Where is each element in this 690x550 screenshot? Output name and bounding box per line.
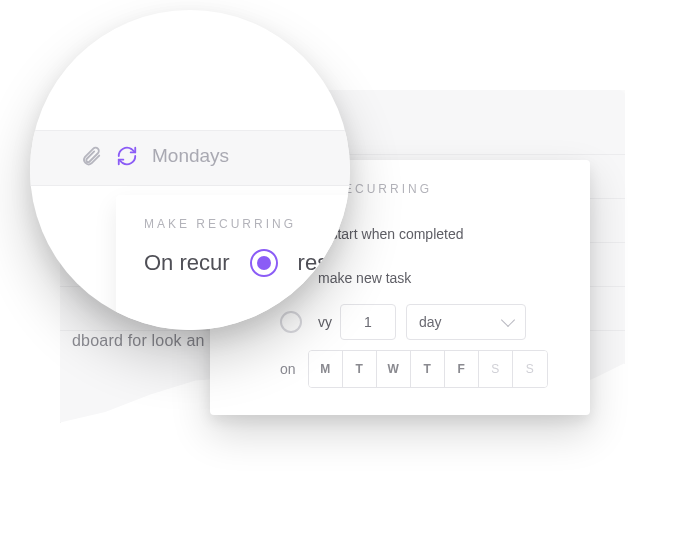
option-every[interactable]: vy 1 day xyxy=(280,306,566,338)
day-tue[interactable]: T xyxy=(343,351,377,387)
interval-count-input[interactable]: 1 xyxy=(340,304,396,340)
day-mon[interactable]: M xyxy=(309,351,343,387)
day-sun[interactable]: S xyxy=(513,351,547,387)
radio-icon[interactable] xyxy=(280,311,302,333)
chevron-down-icon xyxy=(501,313,515,327)
on-label: on xyxy=(280,361,294,377)
day-of-week-picker[interactable]: M T W T F S S xyxy=(308,350,548,388)
option-new-task-label: make new task xyxy=(318,270,411,286)
radio-selected-icon[interactable] xyxy=(250,249,278,277)
days-of-week-row: on M T W T F S S xyxy=(280,350,566,388)
popover-title: MAKE RECURRING xyxy=(144,217,350,231)
interval-unit-value: day xyxy=(419,314,442,330)
task-name-fragment: dboard for look an xyxy=(72,332,205,350)
option-new-task[interactable]: make new task xyxy=(280,262,566,294)
day-fri[interactable]: F xyxy=(445,351,479,387)
day-wed[interactable]: W xyxy=(377,351,411,387)
option-every-label: vy xyxy=(318,314,340,330)
interval-unit-select[interactable]: day xyxy=(406,304,526,340)
day-thu[interactable]: T xyxy=(411,351,445,387)
option-restart-label: restart when completed xyxy=(318,226,464,242)
paperclip-icon[interactable] xyxy=(80,145,102,167)
on-recur-label: On recur xyxy=(144,250,230,276)
recurrence-label: Mondays xyxy=(152,145,229,167)
zoom-lens: Mondays MAKE RECURRING On recur resta xyxy=(30,10,350,330)
day-sat[interactable]: S xyxy=(479,351,513,387)
recurring-icon[interactable] xyxy=(116,145,138,167)
